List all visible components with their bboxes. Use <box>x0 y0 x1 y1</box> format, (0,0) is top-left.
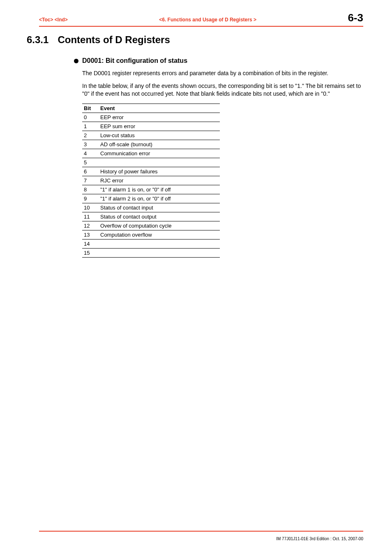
table-row: 11Status of contact output <box>82 212 220 221</box>
paragraph-2: In the table below, if any of the events… <box>82 82 363 98</box>
table-row: 8"1" if alarm 1 is on, or "0" if off <box>82 185 220 194</box>
bullet-icon <box>74 59 78 63</box>
table-row: 3AD off-scale (burnout) <box>82 140 220 149</box>
cell-event: AD off-scale (burnout) <box>99 140 220 149</box>
col-header-event: Event <box>99 104 220 113</box>
cell-bit: 3 <box>82 140 99 149</box>
cell-event <box>99 239 220 248</box>
section-title-text: Contents of D Registers <box>58 34 170 46</box>
paragraph-1: The D0001 register represents errors and… <box>82 69 363 77</box>
cell-event: EEP sum error <box>99 122 220 131</box>
cell-bit: 12 <box>82 221 99 230</box>
cell-bit: 10 <box>82 203 99 212</box>
cell-bit: 5 <box>82 158 99 167</box>
cell-bit: 8 <box>82 185 99 194</box>
table-row: 12Overflow of computation cycle <box>82 221 220 230</box>
subheading-text: D0001: Bit configuration of status <box>82 57 187 64</box>
table-row: 13Computation overflow <box>82 230 220 239</box>
cell-bit: 13 <box>82 230 99 239</box>
page-header: <Toc> <Ind> <6. Functions and Usage of D… <box>39 12 363 27</box>
section-heading: 6.3.1 Contents of D Registers <box>27 34 363 46</box>
table-row: 5 <box>82 158 220 167</box>
table-row: 2Low-cut status <box>82 131 220 140</box>
table-row: 4Communication error <box>82 149 220 158</box>
cell-event: Status of contact output <box>99 212 220 221</box>
cell-event: Status of contact input <box>99 203 220 212</box>
table-row: 10Status of contact input <box>82 203 220 212</box>
cell-event: Communication error <box>99 149 220 158</box>
table-row: 0EEP error <box>82 113 220 122</box>
cell-bit: 4 <box>82 149 99 158</box>
cell-event: Low-cut status <box>99 131 220 140</box>
cell-event <box>99 158 220 167</box>
table-row: 14 <box>82 239 220 248</box>
cell-event <box>99 248 220 257</box>
cell-bit: 0 <box>82 113 99 122</box>
table-row: 1EEP sum error <box>82 122 220 131</box>
index-link[interactable]: <Ind> <box>55 17 68 23</box>
page-footer: IM 77J01J11-01E 3rd Edition : Oct. 15, 2… <box>39 531 363 541</box>
cell-event: EEP error <box>99 113 220 122</box>
cell-bit: 6 <box>82 167 99 176</box>
section-number: 6.3.1 <box>27 34 48 46</box>
cell-event: Computation overflow <box>99 230 220 239</box>
table-row: 9"1" if alarm 2 is on, or "0" if off <box>82 194 220 203</box>
footer-text: IM 77J01J11-01E 3rd Edition : Oct. 15, 2… <box>276 537 363 541</box>
table-row: 7RJC error <box>82 176 220 185</box>
cell-bit: 14 <box>82 239 99 248</box>
cell-bit: 15 <box>82 248 99 257</box>
table-header-row: Bit Event <box>82 104 220 113</box>
cell-event: "1" if alarm 1 is on, or "0" if off <box>99 185 220 194</box>
cell-event: Overflow of computation cycle <box>99 221 220 230</box>
cell-event: RJC error <box>99 176 220 185</box>
page-number: 6-3 <box>348 12 363 24</box>
cell-event: History of power failures <box>99 167 220 176</box>
cell-bit: 9 <box>82 194 99 203</box>
col-header-bit: Bit <box>82 104 99 113</box>
cell-event: "1" if alarm 2 is on, or "0" if off <box>99 194 220 203</box>
cell-bit: 1 <box>82 122 99 131</box>
cell-bit: 11 <box>82 212 99 221</box>
subheading: D0001: Bit configuration of status <box>74 57 363 64</box>
table-row: 15 <box>82 248 220 257</box>
cell-bit: 7 <box>82 176 99 185</box>
chapter-label: <6. Functions and Usage of D Registers > <box>159 17 256 23</box>
table-row: 6History of power failures <box>82 167 220 176</box>
cell-bit: 2 <box>82 131 99 140</box>
bit-event-table: Bit Event 0EEP error 1EEP sum error 2Low… <box>82 104 220 258</box>
toc-link[interactable]: <Toc> <box>39 17 53 23</box>
